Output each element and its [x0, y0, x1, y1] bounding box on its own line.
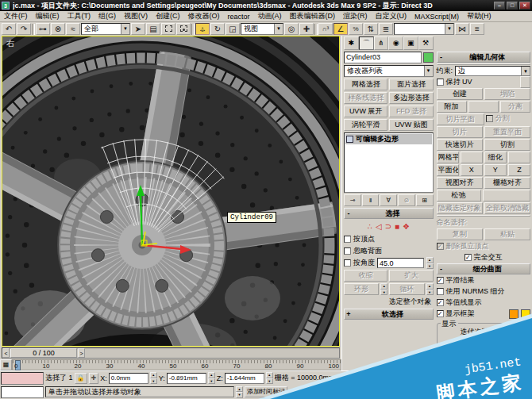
next-frame-button[interactable]: > — [78, 348, 85, 358]
cage-color-swatch[interactable] — [509, 309, 519, 319]
create-button[interactable]: 创建 — [437, 88, 483, 100]
coord-system-dropdown[interactable]: 视图▼ — [241, 23, 283, 35]
planar-y-button[interactable]: Y — [484, 164, 507, 176]
z-coordinate-field[interactable]: -1.644mm — [225, 373, 264, 384]
meshsmooth-settings-button[interactable] — [461, 152, 483, 163]
maximize-button[interactable]: □ — [507, 2, 518, 10]
menu-help[interactable]: 帮助(H) — [463, 11, 495, 21]
x-coordinate-field[interactable]: 0.0mm — [109, 373, 148, 384]
edge-mode-icon[interactable]: ◁ — [376, 222, 382, 231]
split-checkbox[interactable]: 分割 — [486, 113, 530, 124]
planar-x-button[interactable]: X — [461, 164, 483, 176]
quickslice-button[interactable]: 快速切片 — [437, 139, 483, 151]
menu-modifiers[interactable]: 修改器(O) — [184, 11, 224, 21]
spinner-snap-icon[interactable]: ⇅ — [364, 23, 378, 35]
element-mode-icon[interactable]: ❖ — [403, 222, 410, 231]
uvw-map-button[interactable]: UVW 贴图 — [389, 119, 433, 131]
loop-spinner[interactable]: ▲▼ — [426, 283, 434, 295]
mini-curve-editor-icon[interactable]: ▦ — [0, 359, 12, 370]
menu-create[interactable]: 创建(C) — [152, 11, 184, 21]
viewport-label[interactable]: 右 — [6, 38, 14, 49]
make-planar-button[interactable]: 平面化 — [437, 164, 459, 176]
time-slider[interactable]: < 0 / 100 > — [2, 347, 340, 359]
tessellate-settings-button[interactable] — [508, 152, 530, 163]
menu-file[interactable]: 文件(F) — [0, 11, 32, 21]
prev-frame-button[interactable]: < — [2, 348, 10, 358]
by-angle-checkbox[interactable]: 按角度 45.0 ▲▼ — [344, 258, 434, 268]
x-spinner[interactable]: ▲▼ — [150, 372, 157, 384]
polygon-mode-icon[interactable]: ■ — [395, 222, 399, 231]
tessellate-button[interactable]: 细化 — [484, 152, 507, 163]
minimize-button[interactable]: – — [494, 2, 505, 10]
show-cage-checkbox[interactable]: 显示框架 — [437, 309, 530, 319]
pin-stack-icon[interactable]: ⊸ — [344, 194, 361, 206]
close-button[interactable]: ✕ — [519, 2, 530, 10]
angle-value-field[interactable]: 45.0 — [377, 258, 424, 268]
turbosmooth-button[interactable]: 涡轮平滑 — [344, 119, 387, 131]
angle-snap-icon[interactable]: ∠ — [333, 23, 348, 35]
modifier-list-dropdown[interactable]: 修改器列表▼ — [344, 65, 434, 77]
time-slider-thumb[interactable]: 0 / 100 — [10, 348, 77, 358]
border-mode-icon[interactable]: ⊃ — [385, 222, 391, 231]
window-crossing-icon[interactable] — [176, 23, 191, 35]
track-bar-ruler[interactable]: 010 2030 4050 6070 8090 100 — [12, 359, 341, 370]
cut-button[interactable]: 切割 — [484, 139, 530, 151]
utilities-tab-icon[interactable]: ⚒ — [418, 36, 434, 50]
create-tab-icon[interactable]: ✱ — [344, 36, 359, 50]
menu-tools[interactable]: 工具(T) — [64, 11, 95, 21]
snap-3d-icon[interactable]: ∩³ — [318, 23, 333, 35]
menu-rendering[interactable]: 渲染(R) — [339, 11, 372, 21]
patch-select-button[interactable]: 面片选择 — [389, 79, 433, 90]
poly-select-button[interactable]: 多边形选择 — [389, 92, 433, 104]
show-end-result-icon[interactable]: ‖ — [362, 194, 380, 206]
planar-z-button[interactable]: Z — [508, 164, 530, 176]
uvw-unwrap-button[interactable]: UVW 展开 — [344, 106, 387, 117]
move-tool-icon[interactable]: ↔↕ — [195, 23, 210, 35]
grid-align-button[interactable]: 栅格对齐 — [484, 177, 530, 189]
ignore-backfacing-checkbox[interactable]: 忽略背面 — [344, 246, 434, 256]
absolute-offset-toggle-icon[interactable]: ✛ — [89, 373, 99, 384]
menu-views[interactable]: 视图(V) — [120, 11, 152, 21]
scale-tool-icon[interactable]: ◲ — [226, 23, 240, 35]
select-by-name-icon[interactable]: ▤ — [146, 23, 160, 35]
manipulate-icon[interactable]: ✚ — [299, 23, 314, 35]
preserve-uv-checkbox[interactable]: 保持 UV — [437, 77, 530, 87]
rotate-tool-icon[interactable]: ↻ — [210, 23, 225, 35]
undo-icon[interactable]: ↶ — [2, 23, 16, 35]
delete-isolated-vertices-checkbox[interactable]: 删除孤立顶点 — [437, 241, 530, 251]
hierarchy-tab-icon[interactable]: ⋔ — [374, 36, 389, 50]
smooth-result-checkbox[interactable]: 平滑结果 — [437, 275, 530, 286]
region-select-icon[interactable] — [161, 23, 175, 35]
align-icon[interactable]: ≡ — [470, 23, 484, 35]
viewport-right[interactable]: 右 Cylinder09 — [2, 36, 340, 347]
menu-maxscript[interactable]: MAXScript(M) — [411, 13, 463, 21]
bind-spacewarp-icon[interactable]: ≈ — [66, 23, 80, 35]
vertex-mode-icon[interactable]: ∴ — [368, 222, 372, 231]
motion-tab-icon[interactable]: ◉ — [388, 36, 403, 50]
menu-customize[interactable]: 自定义(U) — [372, 11, 411, 21]
constraints-dropdown[interactable]: 边▼ — [455, 66, 530, 76]
view-align-button[interactable]: 视图对齐 — [437, 177, 483, 189]
isoline-display-checkbox[interactable]: 等值线显示 — [437, 297, 530, 308]
make-unique-icon[interactable]: ∀ — [380, 194, 397, 206]
menu-edit[interactable]: 编辑(E) — [32, 11, 64, 21]
selection-lock-icon[interactable]: 🔒 — [75, 373, 87, 384]
selection-filter-dropdown[interactable]: 全部▼ — [81, 23, 130, 35]
z-spinner[interactable]: ▲▼ — [266, 372, 273, 384]
modify-tab-icon[interactable]: ⌒ — [359, 36, 374, 50]
relax-button[interactable]: 松弛 — [437, 190, 481, 201]
stack-item-editable-poly[interactable]: 可编辑多边形 — [345, 134, 432, 144]
subdivision-surface-rollout-header[interactable]: - 细分曲面 — [437, 263, 530, 274]
select-object-icon[interactable]: ➤ — [131, 23, 145, 35]
display-tab-icon[interactable]: ▣ — [403, 36, 418, 50]
soft-selection-rollout-header[interactable]: + 软选择 — [344, 309, 434, 320]
object-name-field[interactable]: Cylinder03 — [344, 52, 422, 63]
y-coordinate-field[interactable]: -0.891mm — [167, 373, 206, 384]
prompt-spinner[interactable]: ▲▼ — [236, 386, 243, 398]
attach-button[interactable]: 附加 — [437, 101, 467, 113]
menu-reactor[interactable]: reactor — [224, 13, 254, 21]
repeat-last-button[interactable]: 重复上一个 — [437, 63, 530, 65]
redo-icon[interactable]: ↷ — [17, 23, 31, 35]
ring-spinner[interactable]: ▲▼ — [380, 283, 387, 295]
named-sets-dropdown[interactable]: ▼ — [394, 23, 454, 35]
